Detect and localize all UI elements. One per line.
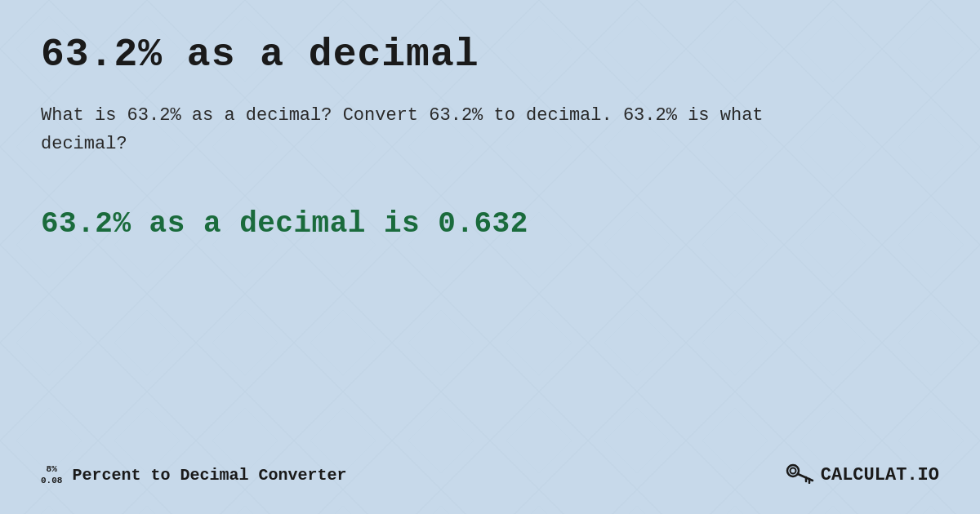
svg-point-4 xyxy=(790,468,795,474)
fraction-top: 8% xyxy=(47,464,57,475)
page-title: 63.2% as a decimal xyxy=(41,33,939,77)
footer-left: 8% 0.08 Percent to Decimal Converter xyxy=(41,464,346,485)
result-section: 63.2% as a decimal is 0.632 xyxy=(41,207,939,241)
fraction-badge: 8% 0.08 xyxy=(41,464,62,485)
calculat-logo: CALCULAT.IO xyxy=(785,461,939,490)
logo-text: CALCULAT.IO xyxy=(821,465,939,485)
footer: 8% 0.08 Percent to Decimal Converter CAL… xyxy=(41,461,939,490)
logo-icon xyxy=(785,461,814,490)
description-text: What is 63.2% as a decimal? Convert 63.2… xyxy=(41,101,776,158)
result-text: 63.2% as a decimal is 0.632 xyxy=(41,207,939,241)
footer-label: Percent to Decimal Converter xyxy=(72,466,346,485)
svg-point-3 xyxy=(787,465,799,476)
fraction-bottom: 0.08 xyxy=(41,476,62,486)
